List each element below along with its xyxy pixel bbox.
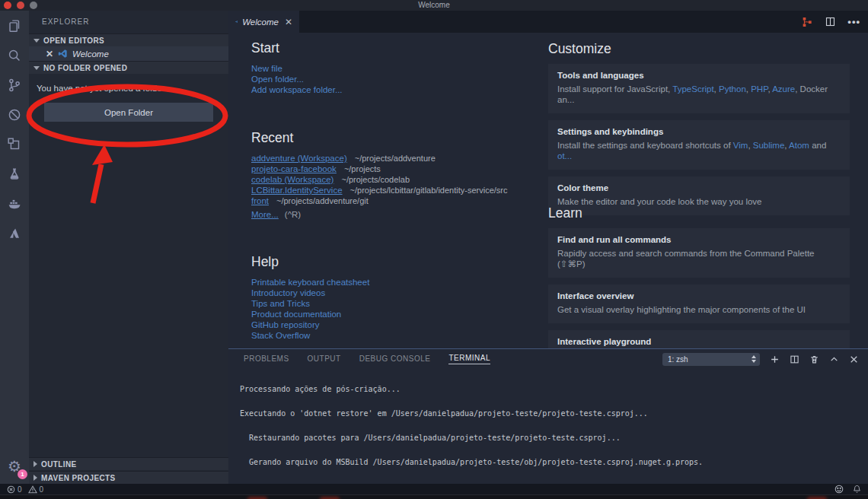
- settings-gear-icon[interactable]: ⚙ 1: [0, 453, 29, 479]
- bottom-panel: PROBLEMS OUTPUT DEBUG CONSOLE TERMINAL 1…: [228, 348, 868, 484]
- open-editor-label: Welcome: [72, 49, 109, 59]
- more-actions-icon[interactable]: •••: [847, 16, 860, 27]
- split-editor-icon[interactable]: [825, 16, 836, 27]
- learn-section: Learn Find and run all commands Rapidly …: [548, 205, 850, 348]
- product-docs-link[interactable]: Product documentation: [251, 309, 369, 319]
- search-icon[interactable]: [0, 40, 29, 70]
- extensions-icon[interactable]: [0, 129, 29, 159]
- start-section: Start New file Open folder... Add worksp…: [251, 40, 343, 95]
- interface-overview-card[interactable]: Interface overview Get a visual overlay …: [548, 284, 850, 323]
- tools-and-languages-card[interactable]: Tools and languages Install support for …: [548, 64, 850, 113]
- intro-videos-link[interactable]: Introductory videos: [251, 288, 369, 298]
- window-title: Welcome: [0, 0, 868, 11]
- tab-problems[interactable]: PROBLEMS: [244, 354, 289, 364]
- recent-item: front~/projects/addventure/git: [251, 195, 507, 206]
- interactive-playground-card[interactable]: Interactive playground Try essential edi…: [548, 330, 850, 348]
- terminal-shell-select[interactable]: 1: zsh: [662, 353, 760, 366]
- tab-close-icon[interactable]: ✕: [285, 17, 292, 27]
- customize-title: Customize: [548, 41, 850, 57]
- recent-path: ~/projects/codelab: [341, 175, 410, 184]
- recent-link[interactable]: addventure (Workspace): [251, 154, 347, 163]
- select-arrows-icon: [752, 355, 756, 363]
- feedback-smiley-icon[interactable]: [834, 485, 844, 494]
- no-folder-message: You have not yet opened a folder.: [37, 84, 221, 93]
- recent-path: ~/projects/lcbittar/gitlab/identity-serv…: [350, 186, 508, 195]
- close-editor-icon[interactable]: ✕: [46, 49, 53, 59]
- open-editors-header[interactable]: OPEN EDITORS: [29, 33, 228, 46]
- chevron-expanded-icon: [34, 66, 40, 70]
- split-terminal-icon[interactable]: [790, 354, 799, 364]
- recent-path: ~/projects/addventure: [355, 154, 436, 163]
- more-recent-link[interactable]: More...: [251, 210, 279, 219]
- outline-section-header[interactable]: OUTLINE: [29, 457, 228, 470]
- recent-title: Recent: [251, 130, 507, 146]
- test-beaker-icon[interactable]: [0, 159, 29, 189]
- tab-terminal[interactable]: TERMINAL: [448, 354, 490, 364]
- tab-debug-console[interactable]: DEBUG CONSOLE: [359, 354, 431, 364]
- tab-bar: Welcome ✕ •••: [228, 11, 868, 33]
- macos-dock-edge: [0, 494, 868, 499]
- no-folder-opened-header[interactable]: NO FOLDER OPENED: [29, 61, 228, 74]
- chevron-expanded-icon: [34, 39, 40, 43]
- customize-section: Customize Tools and languages Install su…: [548, 41, 850, 222]
- recent-item: codelab (Workspace)~/projects/codelab: [251, 174, 507, 185]
- vscode-file-icon: [58, 49, 68, 59]
- status-bar: 0 0: [0, 484, 868, 494]
- new-terminal-icon[interactable]: [770, 354, 780, 364]
- terminal-line: Processando ações de pós-criação...: [240, 386, 862, 394]
- maven-projects-section-header[interactable]: MAVEN PROJECTS: [29, 471, 228, 484]
- open-folder-button[interactable]: Open Folder: [44, 103, 213, 122]
- maximize-panel-icon[interactable]: [829, 354, 839, 364]
- tab-welcome[interactable]: Welcome ✕: [228, 11, 299, 33]
- settings-badge: 1: [18, 469, 27, 479]
- panel-header: PROBLEMS OUTPUT DEBUG CONSOLE TERMINAL 1…: [228, 349, 868, 369]
- open-editor-item-welcome[interactable]: ✕ Welcome: [29, 46, 228, 61]
- tab-label: Welcome: [242, 17, 279, 27]
- error-count: 0: [18, 485, 22, 494]
- problems-status[interactable]: 0 0: [7, 485, 43, 494]
- github-repo-link[interactable]: GitHub repository: [251, 319, 369, 330]
- recent-link[interactable]: codelab (Workspace): [251, 175, 333, 184]
- tab-output[interactable]: OUTPUT: [308, 354, 341, 364]
- terminal-line: Executando o 'dotnet restore' em /Users/…: [240, 410, 862, 418]
- activity-bar: ⚙ 1: [0, 11, 29, 484]
- find-commands-card[interactable]: Find and run all commands Rapidly access…: [548, 228, 850, 278]
- editor-region: Welcome ✕ ••• Start New file Open folder…: [228, 11, 868, 484]
- recent-path: ~/projects: [344, 164, 381, 173]
- recent-link[interactable]: front: [251, 196, 269, 205]
- stack-overflow-link[interactable]: Stack Overflow: [251, 330, 369, 341]
- recent-item: addventure (Workspace)~/projects/addvent…: [251, 153, 507, 164]
- notifications-bell-icon[interactable]: [853, 485, 861, 494]
- chevron-collapsed-icon: [34, 475, 37, 481]
- sidebar-title: EXPLORER: [29, 11, 228, 33]
- titlebar: Welcome: [0, 0, 868, 11]
- learn-title: Learn: [548, 205, 850, 221]
- warning-count: 0: [40, 485, 44, 494]
- editor-actions: •••: [801, 11, 860, 33]
- kill-terminal-icon[interactable]: [809, 354, 819, 364]
- recent-link[interactable]: projeto-cara-facebook: [251, 164, 337, 173]
- explorer-icon[interactable]: [0, 11, 29, 40]
- azure-icon[interactable]: [0, 218, 29, 248]
- new-file-link[interactable]: New file: [251, 63, 343, 74]
- debug-icon[interactable]: [0, 100, 29, 129]
- gitlens-compare-icon[interactable]: [801, 16, 813, 28]
- recent-link[interactable]: LCBittar.IdentityService: [251, 186, 343, 195]
- tips-and-tricks-link[interactable]: Tips and Tricks: [251, 298, 369, 309]
- close-panel-icon[interactable]: [849, 354, 859, 364]
- terminal-line: Restaurando pacotes para /Users/danielpa…: [240, 434, 862, 443]
- open-folder-link[interactable]: Open folder...: [251, 74, 343, 84]
- recent-section: Recent addventure (Workspace)~/projects/…: [251, 130, 507, 219]
- settings-and-keybindings-card[interactable]: Settings and keybindings Install the set…: [548, 120, 850, 170]
- more-shortcut: (^R): [285, 210, 301, 219]
- terminal-output[interactable]: Processando ações de pós-criação... Exec…: [240, 370, 862, 482]
- source-control-icon[interactable]: [0, 70, 29, 100]
- explorer-sidebar: EXPLORER OPEN EDITORS ✕ Welcome NO FOLDE…: [29, 11, 228, 484]
- docker-icon[interactable]: [0, 189, 29, 218]
- recent-item: projeto-cara-facebook~/projects: [251, 164, 507, 174]
- keyboard-cheatsheet-link[interactable]: Printable keyboard cheatsheet: [251, 277, 369, 288]
- error-icon: [7, 485, 15, 494]
- recent-item: LCBittar.IdentityService~/projects/lcbit…: [251, 185, 507, 195]
- chevron-collapsed-icon: [34, 461, 37, 467]
- add-workspace-folder-link[interactable]: Add workspace folder...: [251, 84, 343, 95]
